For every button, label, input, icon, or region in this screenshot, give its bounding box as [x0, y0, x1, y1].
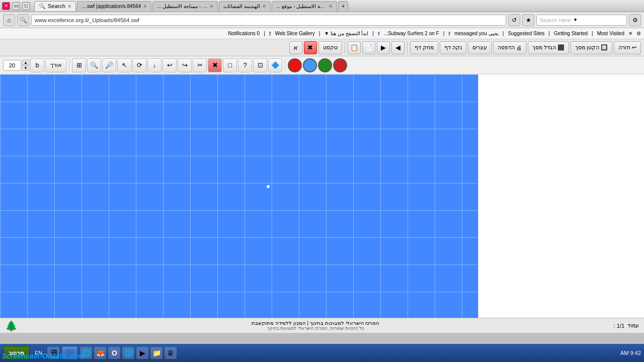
center-text: המרכז הישראלי למצוינות בחינוך | המכון לל…	[252, 320, 379, 326]
notif-sep: |	[264, 31, 265, 36]
forward-button[interactable]: 🔍	[17, 14, 29, 26]
aleph-button[interactable]: א	[289, 41, 302, 54]
print-button[interactable]: 🖨 הדפסה	[493, 41, 526, 54]
cut-tool[interactable]: ✂	[193, 58, 207, 72]
font-style-label: אורך	[50, 62, 61, 68]
taskbar-opera[interactable]: O	[108, 347, 120, 359]
taskbar-firefox[interactable]: 🦊	[94, 347, 106, 359]
font-style-btn[interactable]: אורך	[45, 58, 66, 72]
page-button[interactable]: 📄	[362, 41, 375, 54]
title-bar: ✕ ▭ □ 🔍 Search ✕ ....swf (application/x.…	[0, 0, 644, 12]
font-size-input[interactable]	[3, 60, 21, 71]
delete-tool[interactable]: ✖	[208, 58, 222, 72]
close-notif-icon[interactable]: ✕	[628, 31, 632, 36]
fb-msg: يحيى messaged you	[454, 31, 499, 36]
notif-sep: |	[592, 31, 593, 36]
enlarge-button[interactable]: ⬛ הגדל מסך	[528, 41, 569, 54]
tab-swf[interactable]: ....swf (application/x.84564 ✕	[77, 1, 151, 11]
font-size-down[interactable]: ▼	[22, 65, 29, 70]
main-content	[0, 74, 644, 318]
return-button[interactable]: ↩ חזרה	[614, 41, 641, 54]
tab-close-icon[interactable]: ✕	[209, 4, 213, 9]
notif-sep: |	[503, 31, 504, 36]
favorites-button[interactable]: ★	[522, 14, 534, 26]
maximize-button[interactable]: □	[22, 2, 30, 10]
tab-ar2[interactable]: الهندسة الفضائات ✕	[219, 1, 271, 11]
close-button[interactable]: ✖	[304, 41, 317, 54]
search-placeholder: Search Here	[540, 17, 571, 23]
search-icon: ✦	[573, 17, 578, 23]
search-box[interactable]: Search Here ✦	[536, 15, 627, 26]
close-button[interactable]: ✕	[2, 2, 10, 10]
tab-ar3[interactable]: ... مساحة الاستطيل - موقع ✕	[272, 1, 337, 11]
color-darkred[interactable]	[333, 58, 347, 72]
web-slice: Web Slice Gallery	[275, 31, 314, 36]
getting-started[interactable]: Getting Started	[554, 31, 588, 36]
notif-sep: |	[372, 31, 374, 36]
notif-sep: |	[548, 31, 550, 36]
grid-tool[interactable]: ⊞	[72, 58, 86, 72]
taskbar-desktop[interactable]: 🖥	[165, 347, 177, 359]
redo-tool[interactable]: ↪	[178, 58, 192, 72]
font-name-label: b	[35, 61, 39, 69]
clock-time: AM 9:42	[620, 350, 641, 356]
shape-tool[interactable]: 🔷	[268, 58, 282, 72]
facebook-icon: f	[448, 31, 450, 37]
clipboard-button[interactable]: 📋	[348, 41, 361, 54]
back-button[interactable]: ⌂	[3, 14, 15, 26]
zoom-out-tool[interactable]: 🔍	[87, 58, 101, 72]
taskbar-folder[interactable]: 📁	[150, 347, 163, 359]
color-red[interactable]	[288, 58, 302, 72]
status-right: עמוד 1/1 :	[614, 322, 639, 329]
new-tab-button[interactable]: +	[338, 1, 348, 11]
nav-back-button[interactable]: ◀	[391, 41, 405, 54]
tab-search[interactable]: 🔍 Search ✕	[34, 1, 76, 11]
shrink-icon: 🔲	[601, 44, 608, 51]
undo-tool[interactable]: ↩	[163, 58, 177, 72]
clear-button[interactable]: נקה דף	[440, 41, 466, 54]
zoom-in-tool[interactable]: 🔎	[102, 58, 116, 72]
tab-close-icon[interactable]: ✕	[143, 4, 147, 9]
address-input[interactable]: www.excellence.org.il/_Uploads/84564.swf	[31, 15, 506, 26]
taskbar-globe2[interactable]: 🌐	[122, 347, 134, 359]
stop-button[interactable]: עצרים	[468, 41, 492, 54]
help-tool[interactable]: ?	[238, 58, 252, 72]
font-size-up[interactable]: ▲	[22, 60, 29, 65]
taskbar-play[interactable]: ▶	[136, 347, 148, 359]
tab-label: ... موقع الاستطيل - مساحة الاستطيل	[157, 4, 207, 9]
sub-text: כל הזכויות שמורות, המרכז הישראלי למצוינו…	[267, 326, 365, 331]
canvas-area[interactable]	[0, 74, 478, 318]
nav-forward-button[interactable]: ▶	[377, 41, 390, 54]
select-tool[interactable]: ↖	[117, 58, 131, 72]
text-tool[interactable]: טקסט	[318, 41, 342, 54]
facebook-icon3: f	[269, 31, 271, 37]
suggested-sites[interactable]: Suggested Sites	[508, 31, 544, 36]
tools-button[interactable]: ⚙	[629, 14, 641, 26]
dt-separator2	[285, 59, 285, 72]
font-name-btn[interactable]: b	[30, 58, 44, 72]
tab-ar1[interactable]: ... موقع الاستطيل - مساحة الاستطيل ✕	[152, 1, 218, 11]
color-blue[interactable]	[303, 58, 317, 72]
return-label: חזרה	[618, 44, 630, 51]
enlarge-label: הגדל מסך	[532, 44, 556, 51]
notif-sep: |	[319, 31, 320, 36]
delete-button[interactable]: מחק דף	[410, 41, 438, 54]
window-controls: ✕ ▭ □	[2, 2, 30, 10]
grid-tool2[interactable]: ⊡	[253, 58, 267, 72]
minimize-button[interactable]: ▭	[12, 2, 20, 10]
taskbar-clock: AM 9:42	[620, 350, 641, 356]
notif-sep: |	[443, 31, 445, 36]
main-toolbar: ↩ חזרה 🔲 הקטן מסך ⬛ הגדל מסך 🖨 הדפסה עצר…	[0, 39, 644, 56]
color-green[interactable]	[318, 58, 332, 72]
address-text: www.excellence.org.il/_Uploads/84564.swf	[35, 17, 139, 23]
delete-label: מחק דף	[415, 44, 434, 51]
down-tool[interactable]: ↓	[147, 58, 162, 72]
refresh-button[interactable]: ↺	[508, 14, 520, 26]
shrink-button[interactable]: 🔲 הקטן מסך	[571, 41, 612, 54]
box-tool[interactable]: □	[223, 58, 237, 72]
tab-close-icon[interactable]: ✕	[329, 4, 333, 9]
return-icon: ↩	[632, 44, 636, 51]
tab-close-icon[interactable]: ✕	[67, 4, 71, 9]
tab-close-icon[interactable]: ✕	[262, 4, 266, 9]
rotate-tool[interactable]: ⟳	[132, 58, 146, 72]
